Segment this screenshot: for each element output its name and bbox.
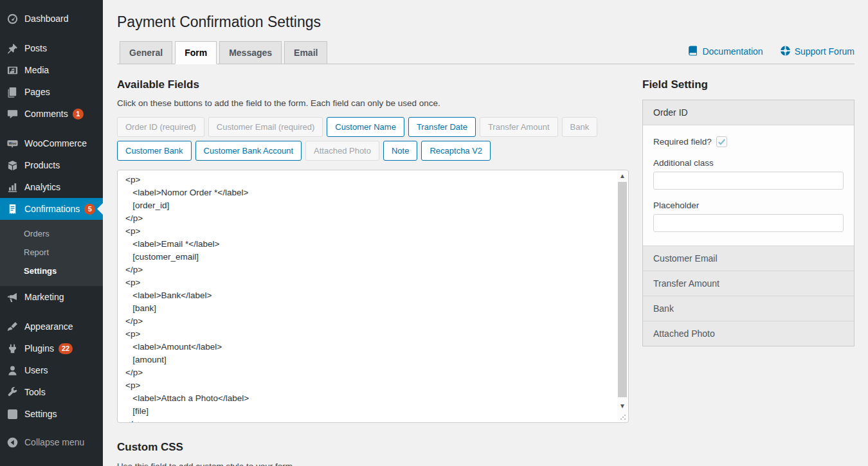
accordion-header-transfer-amount[interactable]: Transfer Amount [643, 271, 854, 296]
sidebar-item-label: Plugins [24, 343, 54, 354]
dashboard-icon [6, 13, 19, 25]
menu-separator [0, 125, 103, 132]
appearance-icon [6, 321, 19, 333]
sidebar-item-posts[interactable]: Posts [0, 37, 103, 59]
link-label: Support Forum [795, 46, 854, 56]
field-setting-heading: Field Setting [642, 78, 854, 91]
accordion-body-order-id: Required field? Additional class Placeho… [643, 125, 854, 246]
additional-class-label: Additional class [653, 158, 844, 168]
pages-icon [6, 86, 19, 98]
link-label: Documentation [702, 46, 763, 56]
sidebar-item-users[interactable]: Users [0, 359, 103, 381]
sidebar-item-label: Marketing [24, 292, 64, 302]
collapse-arrow-icon [6, 436, 19, 449]
custom-css-section: Custom CSS Use this field to add custom … [117, 441, 629, 466]
sidebar-item-pages[interactable]: Pages [0, 81, 103, 103]
form-settings-column: Available Fields Click on these buttons … [117, 78, 629, 466]
tools-icon [6, 386, 19, 399]
form-html-editor[interactable]: <p> <label>Nomor Order *</label> [order_… [118, 170, 617, 422]
field-button-attached-photo[interactable]: Attached Photo [305, 141, 379, 161]
tab-form[interactable]: Form [175, 41, 217, 64]
accordion-header-bank[interactable]: Bank [643, 296, 854, 321]
check-icon [717, 137, 727, 147]
count-badge: 1 [73, 109, 84, 120]
analytics-icon [6, 181, 19, 193]
sidebar-item-settings[interactable]: Settings [0, 403, 103, 425]
tab-general[interactable]: General [120, 41, 172, 64]
field-button-customer-name[interactable]: Customer Name [327, 117, 404, 137]
placeholder-label: Placeholder [653, 201, 844, 210]
accordion-header-customer-email[interactable]: Customer Email [643, 246, 854, 271]
sidebar-item-tools[interactable]: Tools [0, 381, 103, 403]
submenu-item-settings[interactable]: Settings [0, 262, 103, 280]
field-button-recaptcha-v2[interactable]: Recaptcha V2 [421, 141, 491, 161]
form-editor-container: <p> <label>Nomor Order *</label> [order_… [117, 170, 629, 423]
field-button-customer-bank-account[interactable]: Customer Bank Account [195, 141, 302, 161]
resize-grip-icon[interactable] [620, 414, 626, 420]
media-icon [6, 64, 19, 76]
required-checkbox[interactable] [716, 136, 727, 147]
book-icon [687, 46, 698, 57]
additional-class-input[interactable] [653, 172, 844, 190]
confirmations-icon [6, 203, 19, 215]
menu-separator [0, 308, 103, 316]
sidebar-item-label: Users [24, 365, 48, 375]
tab-list: GeneralFormMessagesEmail [120, 47, 330, 58]
sidebar-item-analytics[interactable]: Analytics [0, 176, 103, 198]
scrollbar-up-icon[interactable]: ▲ [617, 171, 628, 181]
field-button-order-id-required[interactable]: Order ID (required) [117, 117, 204, 137]
sidebar-item-woocommerce[interactable]: WooWooCommerce [0, 132, 103, 154]
field-button-note[interactable]: Note [383, 141, 417, 161]
products-icon [6, 159, 19, 172]
menu-separator [0, 30, 103, 37]
sidebar-item-confirmations[interactable]: Confirmations5 [0, 198, 103, 220]
header-links: DocumentationSupport Forum [671, 46, 854, 59]
sidebar-item-label: Appearance [24, 321, 73, 332]
sidebar-item-label: Settings [24, 409, 57, 419]
sidebar-item-label: WooCommerce [24, 138, 87, 148]
scrollbar-thumb[interactable] [618, 182, 627, 397]
placeholder-input[interactable] [653, 214, 844, 232]
field-button-customer-bank[interactable]: Customer Bank [117, 141, 192, 161]
custom-css-heading: Custom CSS [117, 441, 629, 454]
link-support-forum[interactable]: Support Forum [780, 46, 854, 57]
collapse-menu-button[interactable]: Collapse menu [0, 431, 103, 453]
field-button-customer-email-required[interactable]: Customer Email (required) [208, 117, 323, 137]
link-documentation[interactable]: Documentation [687, 46, 763, 57]
sidebar-item-label: Dashboard [24, 13, 69, 24]
field-button-bank[interactable]: Bank [562, 117, 598, 137]
submenu-item-report[interactable]: Report [0, 243, 103, 262]
sidebar-item-label: Media [24, 65, 49, 75]
admin-sidebar: DashboardPostsMediaPagesComments1WooWooC… [0, 0, 103, 466]
svg-text:Woo: Woo [9, 141, 17, 145]
tab-messages[interactable]: Messages [219, 41, 282, 64]
field-buttons: Order ID (required)Customer Email (requi… [117, 117, 629, 165]
editor-scrollbar[interactable]: ▲ ▼ [617, 171, 628, 422]
users-icon [6, 364, 19, 377]
field-button-transfer-date[interactable]: Transfer Date [408, 117, 476, 137]
sidebar-item-marketing[interactable]: Marketing [0, 286, 103, 308]
sidebar-item-label: Confirmations [24, 204, 80, 214]
sidebar-item-dashboard[interactable]: Dashboard [0, 8, 103, 30]
scrollbar-down-icon[interactable]: ▼ [617, 401, 628, 411]
custom-css-description: Use this field to add custom style to yo… [117, 462, 629, 466]
required-field-label: Required field? [653, 137, 712, 147]
sidebar-item-label: Posts [24, 43, 47, 53]
sidebar-item-plugins[interactable]: Plugins22 [0, 337, 103, 359]
pin-icon [6, 42, 19, 55]
accordion-header-attached-photo[interactable]: Attached Photo [643, 321, 854, 346]
tab-email[interactable]: Email [284, 41, 327, 64]
field-button-transfer-amount[interactable]: Transfer Amount [480, 117, 558, 137]
main-columns: Available Fields Click on these buttons … [117, 78, 854, 466]
sidebar-menu: DashboardPostsMediaPagesComments1WooWooC… [0, 0, 103, 425]
content-area: Payment Confirmation Settings GeneralFor… [103, 0, 868, 466]
accordion-header-order-id[interactable]: Order ID [643, 100, 854, 125]
sidebar-item-media[interactable]: Media [0, 59, 103, 81]
sidebar-item-appearance[interactable]: Appearance [0, 316, 103, 337]
sidebar-item-label: Products [24, 160, 60, 170]
sidebar-item-label: Pages [24, 87, 50, 97]
sidebar-item-comments[interactable]: Comments1 [0, 103, 103, 125]
sidebar-item-products[interactable]: Products [0, 154, 103, 176]
comments-icon [6, 108, 19, 120]
submenu-item-orders[interactable]: Orders [0, 224, 103, 243]
